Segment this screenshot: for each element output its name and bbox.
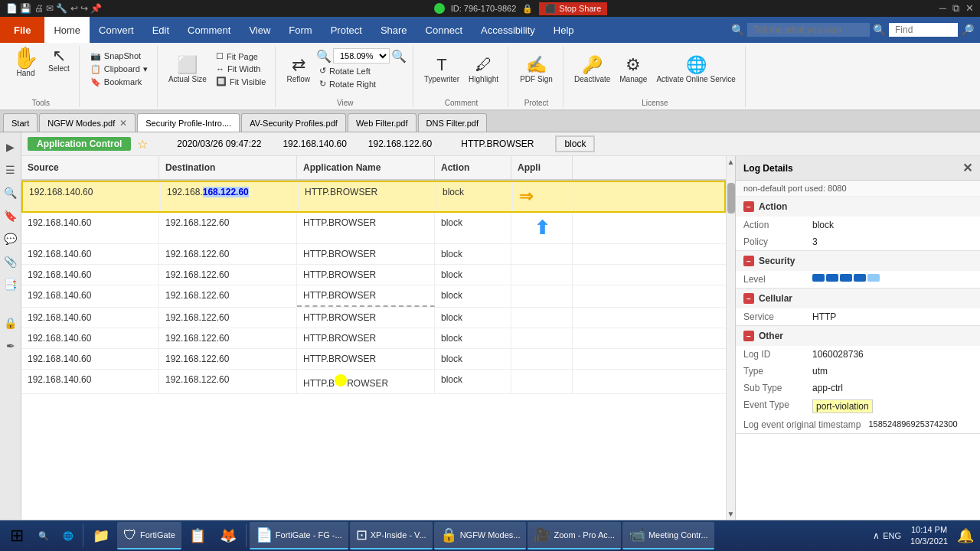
menu-comment[interactable]: Comment [178,17,240,43]
tab-dns-filter[interactable]: DNS Filter.pdf [418,113,487,132]
cell-extra-3 [511,244,573,264]
pdf-sign-button[interactable]: ✍ PDF Sign [517,54,556,85]
log-action-section: − Action Action block Policy 3 [736,197,980,251]
table-row[interactable]: 192.168.140.60 192.168.168.122.60 HTTP.B… [21,181,726,213]
menu-edit[interactable]: Edit [143,17,178,43]
taskbar-ngfw[interactable]: 🔒 NGFW Modes... [434,522,527,549]
tab-web-filter[interactable]: Web Filter.pdf [348,113,416,132]
sidebar-expand-icon[interactable]: ▶ [2,139,19,155]
taskbar-firefox[interactable]: 🦊 [214,522,243,549]
action-toggle[interactable]: − [743,201,754,212]
tab-av-security[interactable]: AV-Security Profiles.pdf [241,113,346,132]
scrollbar-thumb[interactable] [727,183,735,214]
deactivate-button[interactable]: 🔑 Deactivate [571,54,613,85]
sidebar-comment-icon[interactable]: 💬 [2,230,19,247]
fit-width-button[interactable]: ↔ Fit Width [213,64,269,74]
zoom-plus-icon[interactable]: 🔍 [391,49,407,64]
menu-accessibility[interactable]: Accessibility [472,17,544,43]
snapshot-icon: 📷 [90,51,101,61]
taskbar-zoom[interactable]: 🎥 Zoom - Pro Ac... [528,522,620,549]
tell-me-input[interactable] [747,23,870,37]
stop-share-button[interactable]: ⬛ Stop Share [539,2,607,15]
bookmark-button[interactable]: 🔖 Bookmark [87,77,151,88]
cellular-toggle[interactable]: − [743,293,754,304]
find-input[interactable] [889,23,958,37]
table-row[interactable]: 192.168.140.60 192.168.122.60 HTTP.BROWS… [21,349,726,370]
menu-protect[interactable]: Protect [322,17,371,43]
actual-size-area: ⬜ Actual Size ☐ Fit Page ↔ Fit Width 🔲 F… [165,46,270,92]
table-row[interactable]: 192.168.140.60 192.168.122.60 HTTP.BROWS… [21,370,726,394]
rotate-left-button[interactable]: ↺ Rotate Left [316,65,407,77]
menu-convert[interactable]: Convert [90,17,143,43]
log-details-close-button[interactable]: ✕ [962,161,972,175]
menu-help[interactable]: Help [544,17,583,43]
table-row[interactable]: 192.168.140.60 192.168.122.60 HTTP.BROWS… [21,213,726,244]
taskbar-taskview[interactable]: 🌐 [57,522,80,549]
stop-share-label: Stop Share [559,4,601,13]
table-row[interactable]: 192.168.140.60 192.168.122.60 HTTP.BROWS… [21,308,726,328]
tab-start[interactable]: Start [3,113,38,132]
menu-file[interactable]: File [0,17,44,43]
table-row[interactable]: 192.168.140.60 192.168.122.60 HTTP.BROWS… [21,244,726,265]
zoom-minus-icon[interactable]: 🔍 [316,49,332,64]
taskbar-onenote[interactable]: 📋 [183,522,212,549]
sidebar-layer-icon[interactable]: 📑 [2,276,19,293]
rotate-right-button[interactable]: ↻ Rotate Right [316,78,407,90]
find-search-icon[interactable]: 🔎 [961,24,974,36]
tab-ngfw-close[interactable]: ✕ [119,118,127,129]
activate-online-button[interactable]: 🌐 Activate Online Service [653,54,738,85]
fit-page-button[interactable]: ☐ Fit Page [213,51,269,62]
hand-tool-button[interactable]: ✋ Hand [9,46,42,79]
sidebar-bookmark-icon[interactable]: 🔖 [2,207,19,224]
sidebar-attach-icon[interactable]: 📎 [2,253,19,270]
taskbar-fortigate[interactable]: 🛡 FortiGate [117,522,181,549]
deactivate-icon: 🔑 [582,55,603,75]
star-icon[interactable]: ☆ [137,137,148,152]
log-cellular-header[interactable]: − Cellular [736,289,980,308]
table-row[interactable]: 192.168.140.60 192.168.122.60 HTTP.BROWS… [21,328,726,349]
menu-connect[interactable]: Connect [416,17,472,43]
table-row[interactable]: 192.168.140.60 192.168.122.60 HTTP.BROWS… [21,265,726,285]
other-toggle[interactable]: − [743,331,754,341]
log-action-header[interactable]: − Action [736,197,980,217]
scrollbar[interactable]: ▲ ▼ [726,156,735,520]
notification-icon[interactable]: 🔔 [957,527,974,544]
sidebar-nav-icon[interactable]: ☰ [2,161,19,178]
typewriter-button[interactable]: T Typewriter [421,54,462,85]
snapshot-button[interactable]: 📷 SnapShot [87,51,151,62]
reflow-button[interactable]: ⇄ Reflow [283,54,313,85]
comment-label: Comment [445,96,478,107]
zoom-select[interactable]: 158.09% [333,48,390,64]
highlight-button[interactable]: 🖊 Highlight [466,54,501,85]
minimize-icon[interactable]: ─ [939,2,946,15]
menu-home[interactable]: Home [44,17,90,43]
log-security-header[interactable]: − Security [736,251,980,271]
tab-security-profile[interactable]: Security Profile-Intro.... [137,113,240,132]
log-other-header[interactable]: − Other [736,326,980,346]
menu-view[interactable]: View [240,17,279,43]
sidebar-stamp-icon[interactable]: ✒ [2,337,19,354]
cell-dest-3: 192.168.122.60 [159,244,297,264]
menu-form[interactable]: Form [279,17,321,43]
taskbar-meeting[interactable]: 📹 Meeting Contr... [622,522,714,549]
clipboard-button[interactable]: 📋 Clipboard ▾ [87,64,151,75]
sidebar-search-icon[interactable]: 🔍 [2,184,19,201]
taskbar-explorer[interactable]: 📁 [87,522,116,549]
taskbar-fortigate-fg[interactable]: 📄 FortiGate - FG -... [250,522,348,549]
table-row[interactable]: 192.168.140.60 192.168.122.60 HTTP.BROWS… [21,285,726,308]
fit-visible-button[interactable]: 🔲 Fit Visible [213,76,269,87]
sidebar-lock-icon[interactable]: 🔒 [2,315,19,331]
menu-share[interactable]: Share [371,17,416,43]
close-icon[interactable]: ✕ [965,2,974,15]
tab-ngfw[interactable]: NGFW Modes.pdf ✕ [39,113,136,132]
taskbar-expand-icon[interactable]: ∧ [873,530,880,541]
start-button[interactable]: ⊞ [3,522,31,549]
security-toggle[interactable]: − [743,256,754,266]
manage-button[interactable]: ⚙ Manage [616,54,650,85]
taskbar-search[interactable]: 🔍 [32,522,55,549]
restore-icon[interactable]: ⧉ [952,2,959,15]
taskbar-xp-inside[interactable]: ⊡ XP-Inside - V... [350,522,433,549]
actual-size-button[interactable]: ⬜ Actual Size [165,54,210,85]
select-tool-button[interactable]: ↖ Select [45,46,73,79]
hand-label: Hand [17,69,35,77]
